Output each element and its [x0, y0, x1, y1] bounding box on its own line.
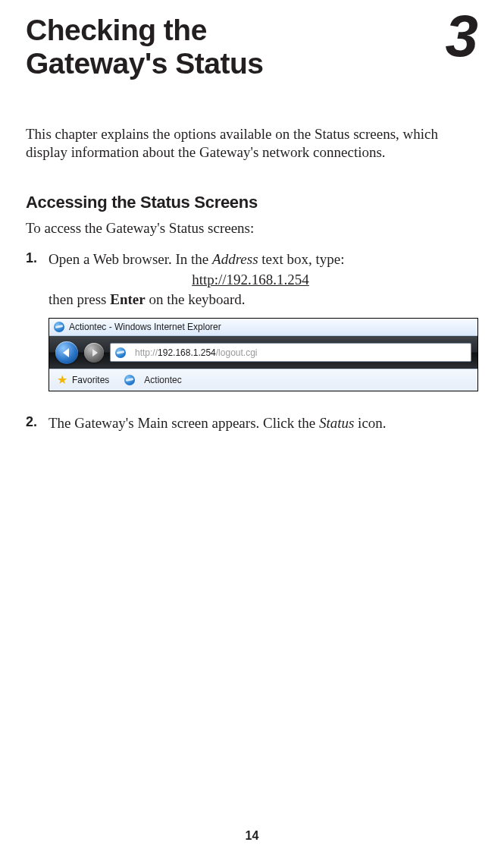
address-text: http://192.168.1.254/logout.cgi — [135, 347, 257, 358]
arrow-left-icon — [63, 348, 69, 357]
section-heading: Accessing the Status Screens — [26, 193, 475, 212]
example-url: http://192.168.1.254 — [26, 271, 475, 289]
browser-screenshot: Actiontec - Windows Internet Explorer ht… — [49, 318, 478, 391]
chapter-number: 3 — [446, 9, 478, 62]
addr-prefix: http:// — [135, 347, 158, 358]
step-italic: Status — [319, 415, 354, 431]
section-lead: To access the Gateway's Status screens: — [26, 220, 475, 237]
tab-label[interactable]: Actiontec — [144, 375, 181, 385]
step-text: then press — [49, 291, 110, 307]
step-body: Open a Web browser. In the Address text … — [49, 250, 475, 309]
chapter-title: Checking the Gateway's Status — [26, 14, 263, 81]
browser-navbar: http://192.168.1.254/logout.cgi — [49, 336, 477, 369]
step-text: icon. — [354, 415, 386, 431]
step-bold: Enter — [110, 291, 145, 307]
window-title: Actiontec - Windows Internet Explorer — [69, 322, 221, 332]
favorites-bar: ★ Favorites Actiontec — [49, 369, 477, 391]
step-body: The Gateway's Main screen appears. Click… — [49, 414, 475, 432]
step-text: Open a Web browser. In the — [49, 251, 212, 267]
favorites-label[interactable]: Favorites — [72, 375, 109, 385]
step-number: 2. — [26, 414, 49, 432]
ie-icon — [54, 322, 64, 332]
address-bar[interactable]: http://192.168.1.254/logout.cgi — [110, 343, 471, 362]
arrow-right-icon — [92, 349, 98, 357]
step-text: text box, type: — [258, 251, 345, 267]
page-number: 14 — [0, 829, 504, 843]
forward-button[interactable] — [84, 343, 104, 363]
chapter-title-line1: Checking the — [26, 14, 207, 46]
browser-titlebar: Actiontec - Windows Internet Explorer — [49, 319, 477, 336]
ie-icon — [115, 347, 126, 358]
addr-suffix: /logout.cgi — [216, 347, 258, 358]
step-1: 1. Open a Web browser. In the Address te… — [26, 250, 475, 309]
back-button[interactable] — [55, 341, 78, 364]
chapter-intro: This chapter explains the options availa… — [26, 125, 475, 162]
page-header: Checking the Gateway's Status 3 — [26, 14, 475, 81]
step-text: on the keyboard. — [146, 291, 246, 307]
addr-host: 192.168.1.254 — [158, 347, 216, 358]
step-2: 2. The Gateway's Main screen appears. Cl… — [26, 414, 475, 432]
ie-icon — [124, 375, 135, 385]
chapter-title-line2: Gateway's Status — [26, 47, 263, 80]
step-italic: Address — [212, 251, 258, 267]
step-text: The Gateway's Main screen appears. Click… — [49, 415, 319, 431]
star-icon: ★ — [57, 374, 67, 386]
